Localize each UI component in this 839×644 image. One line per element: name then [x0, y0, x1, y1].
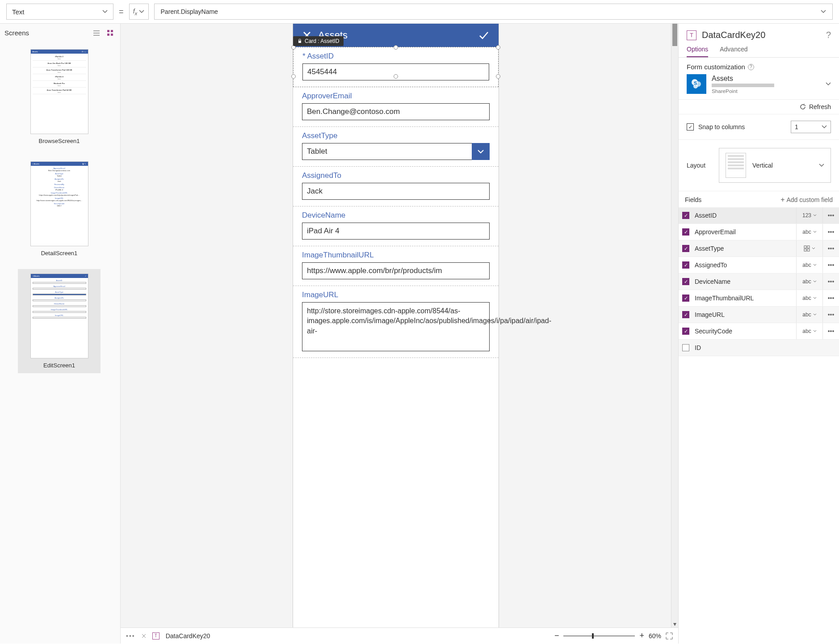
- screen-label: BrowseScreen1: [19, 138, 100, 144]
- svg-point-0: [93, 30, 94, 31]
- field-row-ID[interactable]: ✓ID: [679, 340, 839, 356]
- scroll-down-icon[interactable]: ▾: [671, 620, 678, 627]
- phone-preview: Card : AssetID Assets * AssetID4545444Ap…: [293, 24, 499, 627]
- info-icon[interactable]: ?: [748, 64, 754, 70]
- layout-select[interactable]: Vertical: [719, 148, 831, 183]
- field-type[interactable]: abc: [796, 257, 823, 273]
- breadcrumb-close-icon[interactable]: [142, 634, 146, 638]
- dropdown-button[interactable]: [472, 143, 490, 160]
- screen-thumbnail-EditScreen1[interactable]: ✕ Assets✓AssetIDApproverEmailAssetTypeAs…: [18, 269, 101, 373]
- field-checkbox[interactable]: ✓: [679, 295, 693, 302]
- more-icon[interactable]: •••: [126, 632, 135, 640]
- equals-label: =: [119, 7, 124, 17]
- card-label: ApproverEmail: [302, 92, 490, 101]
- field-checkbox[interactable]: ✓: [679, 212, 693, 219]
- field-type[interactable]: abc: [796, 274, 823, 290]
- data-card-AssignedTo[interactable]: AssignedToJack: [293, 167, 499, 206]
- zoom-out-button[interactable]: −: [554, 631, 559, 640]
- data-card-ImageURL[interactable]: ImageURLhttp://store.storeimages.cdn-app…: [293, 286, 499, 358]
- properties-pane: T DataCardKey20 ? Options Advanced Form …: [678, 24, 839, 644]
- card-input[interactable]: Ben.Change@contoso.com: [302, 103, 490, 120]
- tab-options[interactable]: Options: [687, 42, 708, 57]
- data-card-ImageThumbnailURL[interactable]: ImageThumbnailURLhttps://www.apple.com/b…: [293, 246, 499, 286]
- zoom-level: 60%: [649, 632, 661, 640]
- field-row-AssignedTo[interactable]: ✓AssignedToabc •••: [679, 257, 839, 274]
- field-type[interactable]: abc: [796, 290, 823, 306]
- data-card-AssetID[interactable]: * AssetID4545444: [293, 47, 499, 87]
- field-checkbox[interactable]: ✓: [679, 245, 693, 252]
- text-control-icon: T: [687, 30, 696, 40]
- list-view-icon[interactable]: [93, 29, 101, 37]
- field-more-button[interactable]: •••: [823, 311, 839, 318]
- field-row-AssetID[interactable]: ✓AssetID123 •••: [679, 207, 839, 224]
- canvas-scroll[interactable]: Card : AssetID Assets * AssetID4545444Ap…: [121, 24, 671, 627]
- datasource-name: Assets: [712, 75, 820, 83]
- screen-thumbnail-BrowseScreen1[interactable]: Assets⟳ ↕ +iPad Air 2ItemAsus Zen Book P…: [18, 45, 101, 149]
- fit-screen-icon[interactable]: [666, 632, 673, 640]
- field-more-button[interactable]: •••: [823, 261, 839, 269]
- field-more-button[interactable]: •••: [823, 228, 839, 236]
- field-type[interactable]: abc: [796, 323, 823, 339]
- zoom-in-button[interactable]: +: [639, 631, 644, 640]
- field-name: ImageURL: [693, 307, 796, 323]
- tooltip-text: Card : AssetID: [305, 38, 339, 44]
- card-input[interactable]: http://store.storeimages.cdn-apple.com/8…: [302, 302, 490, 351]
- field-more-button[interactable]: •••: [823, 212, 839, 219]
- data-card-DeviceName[interactable]: DeviceNameiPad Air 4: [293, 206, 499, 246]
- field-checkbox[interactable]: ✓: [679, 278, 693, 285]
- chevron-down-icon[interactable]: [826, 81, 831, 87]
- card-input[interactable]: Jack: [302, 183, 490, 200]
- field-row-DeviceName[interactable]: ✓DeviceNameabc •••: [679, 274, 839, 290]
- fx-button[interactable]: fx: [129, 4, 149, 20]
- field-name: AssetType: [693, 240, 796, 257]
- submit-icon[interactable]: [478, 29, 490, 41]
- card-input[interactable]: Tablet: [302, 143, 472, 160]
- field-checkbox[interactable]: ✓: [679, 311, 693, 318]
- field-type[interactable]: abc: [796, 224, 823, 240]
- field-name: SecurityCode: [693, 323, 796, 339]
- field-checkbox[interactable]: ✓: [679, 228, 693, 236]
- formula-input[interactable]: Parent.DisplayName: [154, 4, 833, 20]
- field-checkbox[interactable]: ✓: [679, 344, 693, 351]
- vertical-scrollbar[interactable]: ▴ ▾: [671, 24, 678, 627]
- tab-advanced[interactable]: Advanced: [720, 42, 747, 57]
- grid-view-icon[interactable]: [107, 29, 114, 37]
- add-custom-field-button[interactable]: + Add custom field: [780, 196, 833, 204]
- property-selector[interactable]: Text: [6, 4, 113, 20]
- columns-select[interactable]: 1: [791, 121, 831, 133]
- field-row-SecurityCode[interactable]: ✓SecurityCodeabc •••: [679, 323, 839, 340]
- fields-label: Fields: [685, 196, 701, 203]
- field-more-button[interactable]: •••: [823, 295, 839, 302]
- field-checkbox[interactable]: ✓: [679, 261, 693, 269]
- tree-view: Screens Assets⟳ ↕ +iPad Air 2ItemAsus Ze…: [0, 24, 121, 644]
- svg-rect-12: [804, 246, 806, 248]
- screen-thumbnail-DetailScreen1[interactable]: < Assets🗑 ✎ApproverEmailBen.Change@conto…: [18, 157, 101, 261]
- card-label: AssignedTo: [302, 171, 490, 180]
- svg-point-2: [93, 35, 94, 36]
- zoom-slider[interactable]: [563, 636, 635, 636]
- svg-point-1: [93, 33, 94, 34]
- scroll-thumb[interactable]: [672, 24, 677, 46]
- field-checkbox[interactable]: ✓: [679, 328, 693, 335]
- field-row-AssetType[interactable]: ✓AssetType •••: [679, 240, 839, 257]
- field-more-button[interactable]: •••: [823, 245, 839, 252]
- snap-checkbox[interactable]: ✓: [687, 123, 694, 130]
- refresh-button[interactable]: Refresh: [809, 103, 831, 110]
- card-input[interactable]: iPad Air 4: [302, 223, 490, 240]
- field-row-ImageURL[interactable]: ✓ImageURLabc •••: [679, 307, 839, 323]
- field-name: ImageThumbnailURL: [693, 290, 796, 306]
- field-more-button[interactable]: •••: [823, 278, 839, 285]
- form-customization-label: Form customization: [687, 63, 745, 71]
- refresh-icon[interactable]: [799, 103, 806, 110]
- help-icon[interactable]: ?: [826, 30, 831, 40]
- breadcrumb[interactable]: DataCardKey20: [166, 632, 210, 640]
- data-card-AssetType[interactable]: AssetTypeTablet: [293, 127, 499, 167]
- field-type[interactable]: 123: [796, 207, 823, 223]
- field-type[interactable]: abc: [796, 307, 823, 323]
- data-card-ApproverEmail[interactable]: ApproverEmailBen.Change@contoso.com: [293, 87, 499, 127]
- field-row-ImageThumbnailURL[interactable]: ✓ImageThumbnailURLabc •••: [679, 290, 839, 307]
- field-row-ApproverEmail[interactable]: ✓ApproverEmailabc •••: [679, 224, 839, 240]
- field-type[interactable]: [796, 240, 823, 257]
- card-input[interactable]: https://www.apple.com/br/pr/products/im: [302, 262, 490, 279]
- field-more-button[interactable]: •••: [823, 328, 839, 335]
